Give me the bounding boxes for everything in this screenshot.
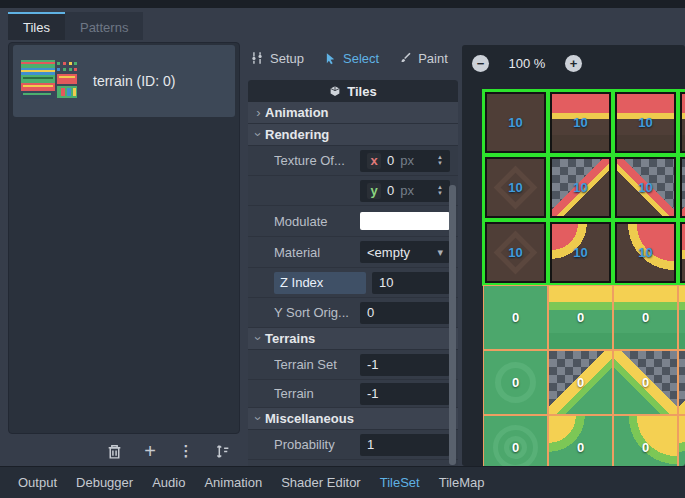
atlas-tile[interactable]: 10 <box>680 157 685 218</box>
spin-down-icon[interactable]: ▼ <box>437 191 443 196</box>
bottom-tab-output[interactable]: Output <box>16 475 59 490</box>
section-animation[interactable]: › Animation <box>248 102 458 124</box>
property-row-material: Material <empty ▾ <box>248 237 458 268</box>
atlas-tile[interactable]: 10 <box>615 222 676 283</box>
spinner-arrows-icon[interactable]: ▲ ▼ <box>437 185 443 196</box>
atlas-tile[interactable]: 0 <box>548 285 613 350</box>
atlas-tile[interactable]: 0 <box>548 415 613 466</box>
atlas-tile[interactable]: 0 <box>548 350 613 415</box>
atlas-tile[interactable]: 10 <box>550 157 611 218</box>
zoom-level: 100 % <box>503 56 551 71</box>
axis-x-badge: x <box>367 153 381 169</box>
atlas-tile[interactable]: 0 <box>678 415 685 466</box>
tile-value-label: 0 <box>549 351 612 414</box>
texture-offset-y-field[interactable]: y 0 px ▲ ▼ <box>360 180 450 202</box>
atlas-tile[interactable]: 10 <box>680 92 685 153</box>
probability-field[interactable]: 1 <box>360 434 450 456</box>
atlas-tile[interactable]: 0 <box>678 285 685 350</box>
texture-offset-x-unit: px <box>400 153 414 168</box>
atlas-tile[interactable]: 0 <box>483 285 548 350</box>
atlas-tile[interactable]: 0 <box>678 350 685 415</box>
section-rendering[interactable]: › Rendering <box>248 124 458 146</box>
setup-mode-button[interactable]: Setup <box>250 51 304 66</box>
bottom-dock-bar: Output Debugger Audio Animation Shader E… <box>0 466 685 498</box>
tile-value-label: 0 <box>679 286 685 349</box>
cursor-arrow-icon <box>324 52 337 65</box>
tile-value-label: 10 <box>552 94 609 151</box>
bottom-tab-audio[interactable]: Audio <box>150 475 187 490</box>
dropdown-arrow-icon: ▾ <box>437 246 443 259</box>
atlas-tile[interactable]: 10 <box>485 222 546 283</box>
tile-value-label: 10 <box>617 94 674 151</box>
bottom-tab-shader-editor[interactable]: Shader Editor <box>279 475 363 490</box>
texture-offset-y-unit: px <box>400 183 414 198</box>
atlas-tile[interactable]: 0 <box>613 285 678 350</box>
texture-offset-x-field[interactable]: x 0 px ▲ ▼ <box>360 150 450 172</box>
atlas-tile[interactable]: 10 <box>615 92 676 153</box>
tile-value-label: 10 <box>617 159 674 216</box>
source-menu-button[interactable]: ⋮ <box>174 439 198 463</box>
probability-label: Probability <box>274 437 360 452</box>
select-mode-button[interactable]: Select <box>324 51 379 66</box>
atlas-tile[interactable]: 0 <box>483 415 548 466</box>
atlas-grid[interactable]: 101010101010101010101010000000000000 <box>483 90 685 466</box>
property-row-z-index: Z Index 10 <box>248 268 458 298</box>
zoom-out-button[interactable]: − <box>472 55 489 72</box>
modulate-color-swatch[interactable] <box>360 212 450 230</box>
section-miscellaneous[interactable]: › Miscellaneous <box>248 408 458 430</box>
material-dropdown[interactable]: <empty ▾ <box>360 241 450 263</box>
texture-offset-y-value: 0 <box>387 183 394 198</box>
spin-down-icon[interactable]: ▼ <box>437 161 443 166</box>
atlas-tile[interactable]: 10 <box>485 92 546 153</box>
atlas-tile[interactable]: 10 <box>550 92 611 153</box>
zoom-in-button[interactable]: + <box>565 55 582 72</box>
tools-icon <box>250 51 264 65</box>
bottom-tab-debugger[interactable]: Debugger <box>74 475 135 490</box>
tile-value-label: 10 <box>552 159 609 216</box>
axis-y-badge: y <box>367 183 381 199</box>
tab-tiles[interactable]: Tiles <box>8 12 65 40</box>
property-row-texture-offset-y: y 0 px ▲ ▼ <box>248 176 458 206</box>
tile-value-label: 0 <box>484 286 547 349</box>
list-item-terrain[interactable]: terrain (ID: 0) <box>13 45 235 117</box>
tile-inspector: Tiles › Animation › Rendering Texture Of… <box>248 80 458 467</box>
atlas-tile[interactable]: 0 <box>613 350 678 415</box>
section-miscellaneous-label: Miscellaneous <box>265 411 354 426</box>
spinner-arrows-icon[interactable]: ▲ ▼ <box>437 155 443 166</box>
terrain-set-field[interactable]: -1 <box>360 354 450 376</box>
atlas-tile[interactable]: 10 <box>615 157 676 218</box>
y-sort-origin-label: Y Sort Orig... <box>274 305 360 320</box>
bottom-tab-tilemap[interactable]: TileMap <box>437 475 487 490</box>
delete-source-button[interactable] <box>102 439 126 463</box>
atlas-tile[interactable]: 10 <box>680 222 685 283</box>
bottom-tab-tileset[interactable]: TileSet <box>378 475 422 490</box>
modulate-field <box>360 210 450 232</box>
tileset-mode-toolbar: Setup Select Paint <box>250 45 448 71</box>
terrain-field[interactable]: -1 <box>360 383 450 405</box>
atlas-tile[interactable]: 0 <box>613 415 678 466</box>
tile-value-label: 10 <box>487 94 544 151</box>
inspector-scrollbar[interactable] <box>449 185 456 465</box>
tile-value-label: 10 <box>617 224 674 281</box>
atlas-view[interactable]: − 100 % + 101010101010101010101010000000… <box>462 45 685 466</box>
atlas-tile[interactable]: 10 <box>485 157 546 218</box>
tab-patterns[interactable]: Patterns <box>65 12 143 40</box>
probability-value: 1 <box>367 437 374 452</box>
sort-sources-button[interactable] <box>210 439 234 463</box>
section-terrains[interactable]: › Terrains <box>248 328 458 350</box>
tab-patterns-label: Patterns <box>80 20 128 35</box>
atlas-tile[interactable]: 10 <box>550 222 611 283</box>
atlas-tile[interactable]: 0 <box>483 350 548 415</box>
paint-mode-button[interactable]: Paint <box>399 51 448 66</box>
section-animation-label: Animation <box>265 105 329 120</box>
trash-icon <box>106 443 123 460</box>
add-source-button[interactable]: + <box>138 439 162 463</box>
bottom-tab-animation[interactable]: Animation <box>202 475 264 490</box>
z-index-field[interactable]: 10 <box>372 272 450 294</box>
y-sort-origin-value: 0 <box>367 305 374 320</box>
chevron-down-icon: › <box>252 332 265 345</box>
tile-value-label: 0 <box>549 416 612 466</box>
y-sort-origin-field[interactable]: 0 <box>360 302 450 324</box>
tile-source-list[interactable]: terrain (ID: 0) <box>8 42 240 434</box>
inspector-title: Tiles <box>347 84 376 99</box>
